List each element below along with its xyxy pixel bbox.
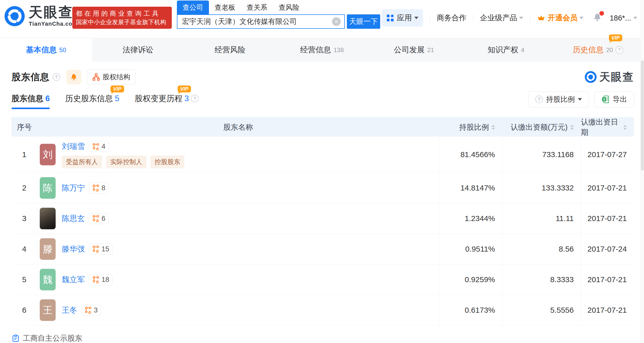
amount-cell: 733.1168 [502, 137, 581, 173]
chevron-down-icon [519, 17, 523, 19]
relation-graph-badge[interactable]: 企 15 [89, 244, 113, 255]
search-tab-boss[interactable]: 查老板 [209, 1, 241, 14]
svg-text:企: 企 [96, 188, 99, 192]
relation-graph-badge[interactable]: 企 18 [89, 274, 113, 285]
clipboard-icon [12, 334, 20, 342]
excel-icon: X [601, 95, 610, 103]
sort-icon[interactable] [491, 125, 495, 130]
notification-bell[interactable] [593, 13, 602, 24]
shareholder-avatar[interactable]: 王 [40, 299, 56, 321]
subtab-historical-shareholders[interactable]: VIP 历史股东信息 5 [65, 93, 119, 109]
holding-ratio-dropdown[interactable]: ? 持股比例 [528, 91, 589, 107]
table-row: 3 陈思玄 企 [12, 203, 634, 234]
nav-cooperation[interactable]: 商务合作 [437, 13, 466, 23]
shareholder-section: 股东信息 ? 股权结构 [12, 62, 634, 343]
table-row: 1 刘 刘瑞雪 企 [12, 137, 634, 173]
tab-operating-risk[interactable]: 经营风险 [184, 38, 276, 62]
table-row: 2 陈 陈万宁 企 [12, 173, 634, 203]
shareholder-tag[interactable]: 实际控制人 [106, 156, 146, 168]
tab-business-info[interactable]: 经营信息138 [276, 38, 368, 62]
shareholder-cell: 滕 滕华弢 企 15 [37, 234, 439, 264]
shareholder-tag[interactable]: 控股股东 [150, 156, 184, 168]
date-cell: 2017-07-21 [581, 173, 634, 203]
sort-icon[interactable] [570, 125, 574, 130]
apps-menu[interactable]: 应用 [381, 9, 423, 27]
scrollbar-thumb[interactable] [641, 60, 644, 171]
tab-intellectual-property[interactable]: 知识产权4 [460, 38, 552, 62]
search-tabs: 查公司 查老板 查关系 查风险 [177, 2, 382, 14]
shareholder-table: 序号 股东名称 持股比例 认缴出资额(万元) 认缴出资日期 1 刘 [12, 117, 634, 326]
apps-label: 应用 [397, 13, 412, 23]
shareholder-avatar[interactable]: 魏 [40, 269, 56, 290]
company-tab-bar: 基本信息50 法律诉讼 经营风险 经营信息138 公司发展21 知识产权4 VI… [0, 38, 644, 62]
svg-text:企: 企 [96, 280, 99, 283]
help-icon[interactable]: ? [191, 95, 199, 102]
subscribe-bell-button[interactable] [66, 70, 81, 84]
shareholder-name-link[interactable]: 陈万宁 [62, 183, 85, 193]
relation-graph-badge[interactable]: 企 3 [81, 305, 101, 316]
nav-enterprise-products[interactable]: 企业级产品 [480, 13, 523, 23]
shareholder-name-link[interactable]: 王冬 [62, 305, 77, 316]
table-row: 5 魏 魏立军 企 [12, 264, 634, 295]
svg-text:X: X [603, 98, 605, 101]
tianyancha-eye-icon [585, 71, 597, 83]
grid-icon [386, 14, 394, 22]
relation-graph-badge[interactable]: 企 4 [89, 141, 109, 152]
help-icon[interactable]: ? [616, 46, 623, 54]
ratio-cell: 1.2344% [439, 203, 502, 234]
shareholder-avatar[interactable]: 陈 [40, 177, 56, 199]
col-subscribed-date-sortable[interactable]: 认缴出资日期 [581, 117, 634, 138]
clear-search-icon[interactable]: × [332, 17, 341, 26]
shareholder-cell: 魏 魏立军 企 18 [37, 264, 439, 295]
divider [530, 14, 530, 22]
help-icon[interactable]: ? [53, 73, 60, 81]
row-index: 4 [12, 234, 37, 264]
shareholder-name-link[interactable]: 刘瑞雪 [62, 141, 85, 152]
tianyancha-logo[interactable]: 天眼查 TianYanCha.com [4, 5, 78, 27]
subtab-equity-change-history[interactable]: VIP 股权变更历程 3 ? [135, 93, 199, 109]
export-button[interactable]: X 导出 [595, 91, 634, 107]
search-input[interactable] [177, 17, 332, 26]
row-index: 6 [12, 295, 37, 325]
col-index: 序号 [12, 122, 37, 132]
shareholder-avatar[interactable] [40, 208, 56, 229]
search-tab-risk[interactable]: 查风险 [273, 1, 305, 14]
shareholder-name-link[interactable]: 魏立军 [62, 274, 85, 285]
col-shareholder-name: 股东名称 [37, 122, 439, 132]
svg-text:企: 企 [96, 147, 99, 150]
subtab-shareholders[interactable]: 股东信息 6 [12, 93, 50, 109]
date-cell: 2017-07-21 [581, 264, 634, 295]
table-footnote: 工商自主公示股东 [12, 333, 634, 343]
relation-graph-badge[interactable]: 企 6 [89, 213, 109, 224]
search-tab-company[interactable]: 查公司 [177, 1, 209, 14]
tab-basic-info[interactable]: 基本信息50 [0, 38, 92, 62]
relation-graph-badge[interactable]: 企 8 [89, 183, 109, 194]
row-index: 5 [12, 264, 37, 295]
tab-company-development[interactable]: 公司发展21 [368, 38, 460, 62]
shareholder-name-link[interactable]: 滕华弢 [62, 244, 85, 254]
ratio-cell: 0.9511% [439, 234, 502, 264]
equity-structure-button[interactable]: 股权结构 [87, 69, 136, 85]
sort-icon[interactable] [623, 125, 627, 130]
vip-badge: VIP [110, 85, 124, 92]
vip-badge: VIP [609, 34, 622, 41]
ratio-cell: 0.9259% [439, 264, 502, 295]
search-area: 查公司 查老板 查关系 查风险 × 天眼一下 [177, 2, 382, 29]
tab-legal-proceedings[interactable]: 法律诉讼 [92, 38, 184, 62]
graph-icon: 企 [92, 215, 99, 222]
nav-vip-upgrade[interactable]: 开通会员 [537, 13, 583, 23]
shareholder-avatar[interactable]: 刘 [40, 144, 56, 165]
date-cell: 2017-07-21 [581, 295, 634, 325]
user-account[interactable]: 186*... [610, 14, 637, 22]
search-tab-relation[interactable]: 查关系 [241, 1, 273, 14]
search-button[interactable]: 天眼一下 [347, 14, 380, 29]
col-subscribed-capital-sortable[interactable]: 认缴出资额(万元) [502, 122, 581, 132]
row-index: 3 [12, 203, 37, 234]
shareholder-tag[interactable]: 受益所有人 [62, 156, 102, 168]
amount-cell: 8.56 [502, 234, 581, 264]
col-holding-ratio-sortable[interactable]: 持股比例 [439, 122, 502, 132]
shareholder-name-link[interactable]: 陈思玄 [62, 213, 85, 224]
page: 天眼查 TianYanCha.com 都在用的商业查询工具 国家中小企业发展子基… [0, 0, 644, 343]
tab-history-info[interactable]: VIP 历史信息 20 ? [552, 38, 644, 62]
shareholder-avatar[interactable]: 滕 [40, 238, 56, 260]
